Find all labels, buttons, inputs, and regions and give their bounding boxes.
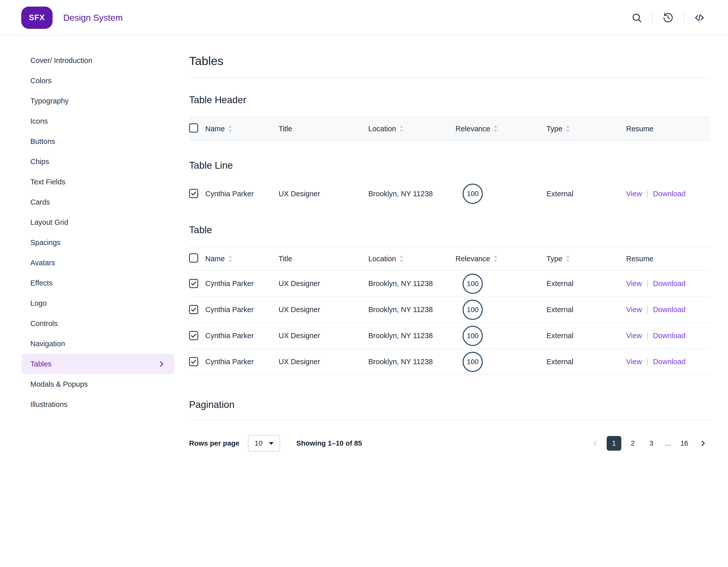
- column-header-title: Title: [279, 255, 368, 263]
- row-checkbox[interactable]: [189, 279, 198, 288]
- logo-badge[interactable]: SFX: [21, 7, 53, 29]
- relevance-badge: 100: [463, 326, 483, 346]
- action-separator: |: [646, 306, 648, 314]
- sort-arrows-icon[interactable]: [494, 125, 497, 132]
- showing-text: Showing 1–10 of 85: [296, 439, 362, 447]
- column-header-title: Title: [279, 125, 368, 133]
- download-link[interactable]: Download: [653, 190, 686, 198]
- cell-relevance: 100: [456, 183, 547, 204]
- view-link[interactable]: View: [626, 190, 642, 198]
- sidebar-item-controls[interactable]: Controls: [21, 313, 174, 334]
- view-link[interactable]: View: [626, 306, 642, 314]
- code-icon[interactable]: [693, 11, 706, 24]
- download-link[interactable]: Download: [653, 332, 686, 340]
- sidebar-item-chips[interactable]: Chips: [21, 151, 174, 172]
- download-link[interactable]: Download: [653, 358, 686, 366]
- sidebar-item-label: Navigation: [30, 340, 65, 348]
- select-all-checkbox[interactable]: [189, 253, 198, 262]
- view-link[interactable]: View: [626, 358, 642, 366]
- download-link[interactable]: Download: [653, 306, 686, 314]
- page-button-1[interactable]: 1: [607, 436, 621, 451]
- cell-name: Cynthia Parker: [205, 279, 279, 288]
- action-separator: |: [646, 190, 648, 198]
- cell-relevance: 100: [456, 326, 547, 346]
- page-button-16[interactable]: 16: [677, 436, 692, 451]
- sidebar-item-modals-popups[interactable]: Modals & Popups: [21, 374, 174, 394]
- sidebar-item-label: Modals & Popups: [30, 380, 88, 389]
- layout: Cover/ IntroductionColorsTypographyIcons…: [0, 36, 728, 482]
- sort-arrows-icon[interactable]: [228, 255, 232, 262]
- sidebar-item-icons[interactable]: Icons: [21, 111, 174, 131]
- column-label: Resume: [626, 255, 653, 263]
- cell-actions: View|Download: [626, 332, 710, 340]
- sort-arrows-icon[interactable]: [566, 125, 570, 132]
- select-all-checkbox[interactable]: [189, 123, 198, 132]
- sidebar-item-colors[interactable]: Colors: [21, 71, 174, 91]
- sidebar-item-buttons[interactable]: Buttons: [21, 131, 174, 151]
- view-link[interactable]: View: [626, 279, 642, 288]
- rows-per-page-select[interactable]: 10: [248, 435, 280, 452]
- cell-name: Cynthia Parker: [205, 332, 279, 340]
- search-icon[interactable]: [630, 11, 643, 24]
- caret-down-icon: [269, 442, 274, 445]
- sidebar-item-typography[interactable]: Typography: [21, 91, 174, 111]
- page-button-3[interactable]: 3: [644, 436, 659, 451]
- relevance-badge: 100: [463, 352, 483, 372]
- page-button-2[interactable]: 2: [625, 436, 640, 451]
- pager-ellipsis: …: [663, 440, 673, 447]
- column-label: Type: [547, 255, 562, 263]
- column-header-relevance: Relevance: [456, 125, 547, 133]
- sidebar-item-illustrations[interactable]: Illustrations: [21, 394, 174, 415]
- sidebar-item-spacings[interactable]: Spacings: [21, 232, 174, 252]
- history-icon[interactable]: [662, 11, 674, 24]
- sidebar-item-label: Colors: [30, 77, 52, 85]
- pager-pages: 123…16: [607, 436, 692, 451]
- cell-title: UX Designer: [279, 306, 368, 314]
- cell-actions: View|Download: [626, 306, 710, 314]
- sidebar-item-effects[interactable]: Effects: [21, 273, 174, 293]
- sort-arrows-icon[interactable]: [228, 125, 232, 132]
- view-link[interactable]: View: [626, 332, 642, 340]
- sidebar-item-tables[interactable]: Tables: [21, 354, 174, 374]
- sort-arrows-icon[interactable]: [566, 255, 570, 262]
- sidebar-item-logo[interactable]: Logo: [21, 293, 174, 313]
- cell-title: UX Designer: [279, 190, 368, 198]
- column-label: Type: [547, 125, 562, 133]
- column-label: Name: [205, 255, 225, 263]
- sidebar-item-avatars[interactable]: Avatars: [21, 252, 174, 273]
- sidebar-item-navigation[interactable]: Navigation: [21, 334, 174, 354]
- row-checkbox[interactable]: [189, 331, 198, 340]
- sort-arrows-icon[interactable]: [400, 125, 403, 132]
- cell-type: External: [547, 358, 626, 366]
- row-checkbox[interactable]: [189, 357, 198, 366]
- sidebar-item-layout-grid[interactable]: Layout Grid: [21, 212, 174, 232]
- sidebar-item-text-fields[interactable]: Text Fields: [21, 172, 174, 192]
- sidebar-item-cards[interactable]: Cards: [21, 192, 174, 212]
- topbar: SFX Design System: [0, 0, 728, 36]
- pager-prev-button[interactable]: [588, 436, 603, 451]
- sidebar-item-label: Logo: [30, 299, 47, 308]
- table-row: Cynthia ParkerUX DesignerBrooklyn, NY 11…: [189, 323, 710, 349]
- cell-location: Brooklyn, NY 11238: [368, 358, 456, 366]
- divider: [189, 420, 710, 420]
- row-checkbox[interactable]: [189, 305, 198, 314]
- sample-table-row: Cynthia ParkerUX DesignerBrooklyn, NY 11…: [189, 181, 710, 206]
- sidebar-item-label: Chips: [30, 157, 49, 166]
- pager-next-button[interactable]: [696, 436, 710, 451]
- sidebar-item-label: Tables: [30, 360, 52, 368]
- sidebar-item-label: Effects: [30, 279, 53, 287]
- download-link[interactable]: Download: [653, 279, 686, 288]
- rows-per-page-label: Rows per page: [189, 439, 239, 447]
- row-checkbox[interactable]: [189, 189, 198, 198]
- column-label: Relevance: [456, 125, 490, 133]
- page-title: Tables: [189, 54, 710, 68]
- app-title: Design System: [63, 13, 123, 23]
- cell-relevance: 100: [456, 352, 547, 372]
- cell-actions: View|Download: [626, 358, 710, 366]
- sidebar-item-label: Avatars: [30, 259, 55, 267]
- row-checkbox-cell: [189, 189, 205, 198]
- sidebar-item-cover-introduction[interactable]: Cover/ Introduction: [21, 50, 174, 71]
- sort-arrows-icon[interactable]: [494, 255, 497, 262]
- column-label: Name: [205, 125, 225, 133]
- sort-arrows-icon[interactable]: [400, 255, 403, 262]
